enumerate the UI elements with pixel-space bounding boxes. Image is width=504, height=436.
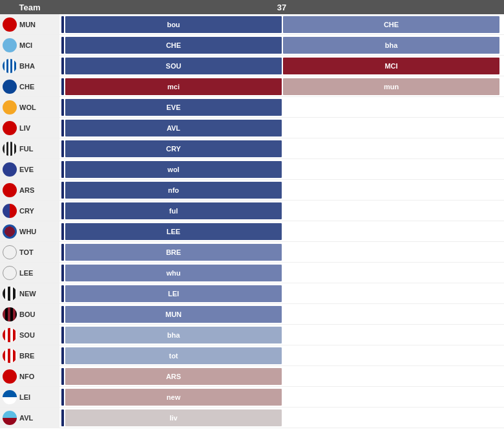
row-indicator [61,327,64,343]
team-logo [3,100,17,114]
row-indicator [61,99,64,116]
team-cell: LEI [0,387,59,407]
bars-area: mcimun [59,76,504,96]
table-row: NFOARS [0,366,504,387]
table-row: MUNbouCHE [0,14,504,35]
header-row: Team 37 [0,0,504,14]
row-indicator [61,389,64,406]
team-abbr: NEW [19,290,36,298]
bars-area: whu [59,263,504,283]
bars-area: tot [59,345,504,365]
bar-home: CRY [65,140,282,157]
bar-away: MCI [283,58,499,74]
team-logo [3,224,17,239]
table-row: WHULEE [0,221,504,242]
team-cell: SOU [0,325,59,345]
team-logo [3,121,17,135]
row-indicator [61,140,64,157]
table-row: MCICHEbha [0,35,504,56]
team-logo [3,390,17,404]
bars-area: liv [59,408,504,428]
row-indicator [61,368,64,385]
row-indicator [61,306,64,323]
bar-home: ARS [65,368,282,385]
team-cell: MCI [0,35,59,55]
row-indicator [61,202,64,219]
bars-area: SOUMCI [59,56,504,76]
team-abbr: CRY [19,207,34,215]
team-cell: EVE [0,159,59,179]
bar-home: ful [65,202,282,219]
table-row: BOUMUN [0,304,504,325]
row-indicator [61,120,64,136]
bar-away: bha [283,37,499,54]
table-row: WOLEVE [0,97,504,118]
table-row: FULCRY [0,138,504,159]
team-cell: CRY [0,201,59,221]
bar-home: SOU [65,58,282,74]
table-row: SOUbha [0,325,504,345]
table-row: TOTBRE [0,242,504,263]
team-logo [3,369,17,384]
team-logo [3,411,17,425]
team-abbr: CHE [19,83,34,91]
bar-home: bha [65,327,282,343]
team-logo [3,80,17,94]
table-row: CHEmcimun [0,76,504,97]
team-logo [3,349,17,363]
bar-home: mci [65,78,282,95]
bar-home: AVL [65,120,282,136]
team-abbr: BHA [19,62,35,70]
team-logo [3,162,17,177]
team-logo [3,17,17,32]
team-logo [3,204,17,218]
team-logo [3,287,17,301]
team-cell: WOL [0,97,59,117]
team-abbr: BRE [19,352,34,360]
bar-home: tot [65,347,282,364]
bars-area: new [59,387,504,407]
team-logo [3,38,17,52]
bar-home: bou [65,16,282,33]
table-row: BREtot [0,345,504,366]
team-abbr: LEE [19,269,33,277]
team-abbr: WOL [19,104,36,111]
team-logo [3,307,17,322]
bar-home: LEE [65,223,282,240]
bars-area: bha [59,325,504,345]
table-row: LEEwhu [0,263,504,283]
bar-home: new [65,389,282,406]
team-abbr: AVL [19,414,33,422]
bars-area: LEE [59,221,504,241]
team-abbr: LIV [19,124,30,132]
bar-home: nfo [65,182,282,199]
bars-area: EVE [59,97,504,117]
bars-area: AVL [59,118,504,138]
row-indicator [61,58,64,74]
team-abbr: BOU [19,311,35,318]
row-indicator [61,347,64,364]
bars-area: ful [59,201,504,221]
team-abbr: NFO [19,373,34,380]
bar-home: wol [65,161,282,178]
header-value: 37 [59,3,504,12]
team-cell: FUL [0,138,59,158]
table-row: CRYful [0,201,504,221]
team-cell: MUN [0,14,59,34]
table-row: LIVAVL [0,118,504,138]
row-indicator [61,37,64,54]
team-cell: ARS [0,180,59,200]
team-cell: WHU [0,221,59,241]
team-logo [3,142,17,156]
bar-home: CHE [65,37,282,54]
team-abbr: EVE [19,166,34,173]
row-indicator [61,285,64,302]
row-indicator [61,265,64,281]
table-row: AVLliv [0,408,504,428]
row-indicator [61,78,64,95]
row-indicator [61,244,64,261]
bars-area: nfo [59,180,504,200]
bars-area: LEI [59,283,504,303]
bar-home: whu [65,265,282,281]
bars-area: wol [59,159,504,179]
